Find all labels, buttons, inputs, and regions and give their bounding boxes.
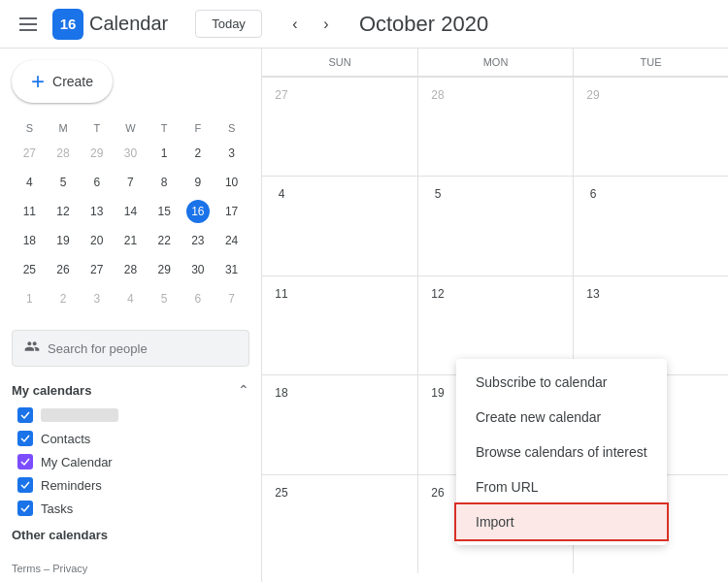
mini-cal-date[interactable]: 29 xyxy=(152,258,176,281)
cal-cell-5[interactable]: 5 xyxy=(417,176,573,275)
mini-cal-table: S M T W T F S 27282930123456789101112131… xyxy=(12,116,249,314)
mini-cal-date[interactable]: 1 xyxy=(152,142,176,165)
mini-cal-date[interactable]: 30 xyxy=(186,258,210,281)
mini-cal-date[interactable]: 12 xyxy=(51,200,75,223)
sidebar-footer: Terms – Privacy xyxy=(12,563,87,574)
mini-cal-cell: 29 xyxy=(81,140,113,167)
cal-cell-6[interactable]: 6 xyxy=(573,176,728,275)
today-button[interactable]: Today xyxy=(195,10,262,38)
mini-cal-date[interactable]: 13 xyxy=(85,200,109,223)
mini-cal-date[interactable]: 30 xyxy=(118,142,142,165)
dropdown-item-browse[interactable]: Browse calendars of interest xyxy=(456,435,667,469)
cal-cell-4[interactable]: 4 xyxy=(262,176,417,275)
mini-cal-date[interactable]: 27 xyxy=(17,142,41,165)
mini-cal-cell: 30 xyxy=(115,140,147,167)
mini-cal-date[interactable]: 2 xyxy=(51,287,75,310)
mini-cal-date[interactable]: 27 xyxy=(85,258,109,281)
mini-cal-day-sun: S xyxy=(14,118,46,138)
calendar-label-blurred xyxy=(41,408,118,422)
mini-cal-date[interactable]: 2 xyxy=(186,142,210,165)
mini-cal-day-wed: W xyxy=(115,118,147,138)
mini-cal-date[interactable]: 24 xyxy=(220,229,244,252)
cal-cell-27-other[interactable]: 27 xyxy=(262,77,417,176)
calendar-item-reminders[interactable]: Reminders xyxy=(12,473,249,497)
mini-cal-row: 1234567 xyxy=(14,285,248,312)
mini-cal-date[interactable]: 7 xyxy=(220,287,244,310)
prev-arrow[interactable]: ‹ xyxy=(281,11,309,38)
cal-date: 26 xyxy=(426,481,449,504)
privacy-link[interactable]: Privacy xyxy=(52,563,87,574)
dropdown-item-label: Subscribe to calendar xyxy=(476,374,607,390)
cal-cell-11[interactable]: 11 xyxy=(262,275,417,374)
mini-cal-date[interactable]: 3 xyxy=(220,142,244,165)
calendar-label-contacts: Contacts xyxy=(41,432,90,446)
mini-cal-date[interactable]: 19 xyxy=(51,229,75,252)
mini-cal-cell: 24 xyxy=(215,227,248,254)
mini-cal-date[interactable]: 3 xyxy=(85,287,109,310)
mini-cal-date[interactable]: 28 xyxy=(118,258,142,281)
mini-cal-date[interactable]: 23 xyxy=(186,229,210,252)
mini-cal-date[interactable]: 28 xyxy=(51,142,75,165)
mini-cal-row: 11121314151617 xyxy=(14,198,248,225)
mini-cal-date[interactable]: 16 xyxy=(186,200,210,223)
hamburger-menu-icon[interactable] xyxy=(16,14,41,35)
mini-cal-cell: 4 xyxy=(115,285,147,312)
mini-cal-date[interactable]: 6 xyxy=(85,171,109,194)
mini-cal-date[interactable]: 5 xyxy=(51,171,75,194)
mini-cal-date[interactable]: 9 xyxy=(186,171,210,194)
mini-cal-date[interactable]: 14 xyxy=(118,200,142,223)
dropdown-item-import[interactable]: Import xyxy=(456,504,667,539)
calendar-item-my-calendar[interactable]: My Calendar xyxy=(12,450,249,473)
cal-cell-18[interactable]: 18 xyxy=(262,374,417,473)
dropdown-item-create-calendar[interactable]: Create new calendar xyxy=(456,400,667,435)
dropdown-item-label: Browse calendars of interest xyxy=(476,444,647,460)
mini-cal-cell: 11 xyxy=(14,198,46,225)
mini-cal-cell: 22 xyxy=(149,227,181,254)
mini-cal-cell: 6 xyxy=(182,285,215,312)
mini-cal-date[interactable]: 31 xyxy=(220,258,244,281)
cal-date: 4 xyxy=(270,182,293,206)
cal-cell-29-other[interactable]: 29 xyxy=(573,77,728,176)
mini-cal-date[interactable]: 29 xyxy=(85,142,109,165)
mini-cal-date[interactable]: 20 xyxy=(85,229,109,252)
mini-cal-date[interactable]: 22 xyxy=(152,229,176,252)
search-people-icon xyxy=(24,339,40,358)
mini-cal-date[interactable]: 17 xyxy=(220,200,244,223)
cal-date: 12 xyxy=(426,282,449,306)
mini-cal-date[interactable]: 8 xyxy=(152,171,176,194)
mini-cal-date[interactable]: 4 xyxy=(17,171,41,194)
create-button[interactable]: + Create xyxy=(12,60,113,103)
mini-cal-date[interactable]: 1 xyxy=(17,287,41,310)
calendar-grid: SUN MON TUE 27 28 29 4 5 6 xyxy=(262,48,728,582)
mini-cal-cell: 7 xyxy=(215,285,248,312)
calendar-checkbox-reminders xyxy=(17,477,33,493)
cal-cell-28-other[interactable]: 28 xyxy=(417,77,573,176)
mini-cal-cell: 30 xyxy=(182,256,215,283)
sidebar: + Create S M T W T F S 2728293 xyxy=(0,48,262,582)
calendar-item-contacts[interactable]: Contacts xyxy=(12,427,249,450)
search-people-field[interactable]: Search for people xyxy=(12,330,249,367)
cal-cell-25[interactable]: 25 xyxy=(262,474,417,573)
mini-cal-cell: 19 xyxy=(48,227,80,254)
create-plus-icon: + xyxy=(31,70,45,93)
my-calendars-toggle[interactable]: ⌃ xyxy=(238,382,249,398)
mini-cal-date[interactable]: 21 xyxy=(118,229,142,252)
mini-cal-date[interactable]: 11 xyxy=(17,200,41,223)
terms-link[interactable]: Terms xyxy=(12,563,41,574)
calendar-item-blurred[interactable] xyxy=(12,404,249,427)
mini-cal-date[interactable]: 6 xyxy=(186,287,210,310)
mini-cal-date[interactable]: 15 xyxy=(152,200,176,223)
mini-cal-date[interactable]: 7 xyxy=(118,171,142,194)
mini-cal-date[interactable]: 18 xyxy=(17,229,41,252)
mini-cal-date[interactable]: 4 xyxy=(118,287,142,310)
dropdown-item-subscribe[interactable]: Subscribe to calendar xyxy=(456,365,667,400)
mini-cal-date[interactable]: 10 xyxy=(220,171,244,194)
next-arrow[interactable]: › xyxy=(313,11,340,38)
cal-date: 13 xyxy=(581,282,605,306)
dropdown-item-url[interactable]: From URL xyxy=(456,469,667,504)
mini-cal-date[interactable]: 25 xyxy=(17,258,41,281)
calendar-item-tasks[interactable]: Tasks xyxy=(12,497,249,520)
cal-date: 28 xyxy=(426,83,449,107)
mini-cal-date[interactable]: 26 xyxy=(51,258,75,281)
mini-cal-date[interactable]: 5 xyxy=(152,287,176,310)
